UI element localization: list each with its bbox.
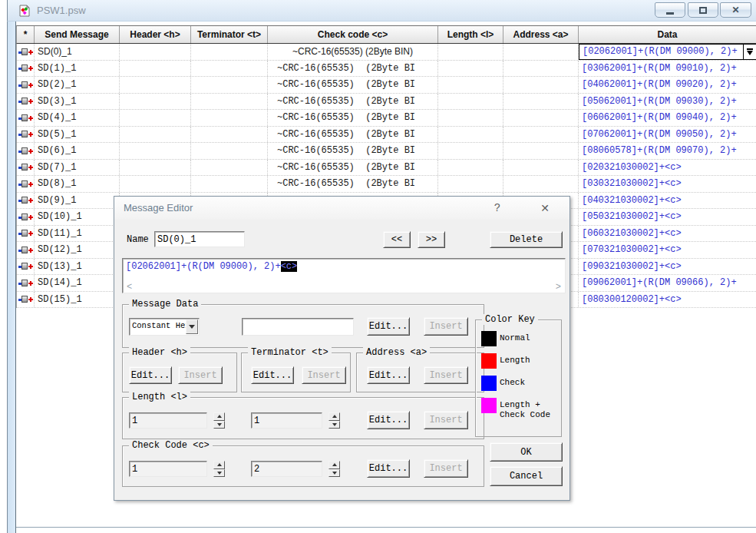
row-checkcode-cell[interactable]: ~CRC-16(65535) (2Byte BI [268, 176, 438, 192]
scroll-right-icon[interactable]: > [556, 283, 561, 292]
row-length-cell[interactable] [438, 94, 503, 110]
row-status-cell[interactable] [17, 292, 35, 308]
row-status-cell[interactable] [17, 77, 35, 93]
row-address-cell[interactable] [503, 127, 579, 143]
row-terminator-cell[interactable] [191, 61, 268, 77]
check-code-value2-input[interactable] [251, 461, 322, 477]
next-message-button[interactable]: >> [418, 231, 445, 248]
message-data-edit-button[interactable]: Edit... [367, 317, 410, 336]
row-address-cell[interactable] [503, 77, 579, 93]
row-name-cell[interactable]: SD(12)_1 [35, 242, 120, 258]
row-data-cell[interactable]: [03062001]+(R(DM 09010), 2)+ [579, 61, 756, 77]
row-length-cell[interactable] [438, 77, 503, 93]
minimize-button[interactable] [655, 2, 685, 18]
row-terminator-cell[interactable] [191, 110, 268, 126]
row-address-cell[interactable] [503, 110, 579, 126]
column-header-header[interactable]: Header <h> [120, 26, 191, 43]
column-header-length[interactable]: Length <l> [438, 26, 503, 43]
row-data-cell[interactable]: [02062001]+(R(DM 09000), 2)+ [579, 44, 756, 60]
address-edit-button[interactable]: Edit... [367, 366, 410, 384]
table-row[interactable]: SD(2)_1~CRC-16(65535) (2Byte BI[04062001… [17, 77, 756, 94]
row-status-cell[interactable] [17, 143, 35, 159]
row-data-cell[interactable]: [080300120002]+<c> [579, 292, 756, 308]
dialog-close-button[interactable]: ✕ [538, 201, 552, 215]
row-checkcode-cell[interactable]: ~CRC-16(65535) (2Byte BI [268, 94, 438, 110]
row-terminator-cell[interactable] [191, 44, 268, 60]
row-name-cell[interactable]: SD(9)_1 [35, 193, 120, 209]
dialog-title-bar[interactable]: Message Editor ? ✕ [114, 197, 569, 220]
spin-down-button[interactable] [213, 469, 225, 478]
terminator-edit-button[interactable]: Edit... [251, 366, 294, 384]
row-length-cell[interactable] [438, 143, 503, 159]
header-edit-button[interactable]: Edit... [129, 366, 172, 384]
row-name-cell[interactable]: SD(4)_1 [35, 110, 120, 126]
row-name-cell[interactable]: SD(6)_1 [35, 143, 120, 159]
row-name-cell[interactable]: SD(2)_1 [35, 77, 120, 93]
row-address-cell[interactable] [503, 160, 579, 176]
scroll-left-icon[interactable]: < [127, 283, 132, 292]
row-status-cell[interactable] [17, 110, 35, 126]
row-header-cell[interactable] [120, 94, 191, 110]
column-header-status[interactable]: * [17, 26, 35, 43]
column-header-send-message[interactable]: Send Message [35, 26, 120, 43]
ok-button[interactable]: OK [490, 442, 563, 462]
row-header-cell[interactable] [120, 44, 191, 60]
row-data-cell[interactable]: [040321030002]+<c> [579, 193, 756, 209]
row-data-cell[interactable]: [04062001]+(R(DM 09020), 2)+ [579, 77, 756, 93]
table-row[interactable]: SD(1)_1~CRC-16(65535) (2Byte BI[03062001… [17, 61, 756, 78]
table-row[interactable]: SD(6)_1~CRC-16(65535) (2Byte BI[08060578… [17, 143, 756, 160]
check-code-edit-button[interactable]: Edit... [367, 459, 410, 478]
table-row[interactable]: SD(5)_1~CRC-16(65535) (2Byte BI[07062001… [17, 127, 756, 144]
dialog-help-button[interactable]: ? [490, 201, 504, 215]
row-status-cell[interactable] [17, 226, 35, 242]
row-status-cell[interactable] [17, 94, 35, 110]
row-status-cell[interactable] [17, 259, 35, 275]
row-length-cell[interactable] [438, 176, 503, 192]
cancel-button[interactable]: Cancel [490, 466, 563, 486]
table-row[interactable]: SD(4)_1~CRC-16(65535) (2Byte BI[06062001… [17, 110, 756, 127]
row-name-cell[interactable]: SD(8)_1 [35, 176, 120, 192]
chevron-down-icon[interactable] [186, 319, 198, 334]
row-name-cell[interactable]: SD(5)_1 [35, 127, 120, 143]
row-header-cell[interactable] [120, 127, 191, 143]
table-row[interactable]: SD(8)_1~CRC-16(65535) (2Byte BI[03032103… [17, 176, 756, 193]
table-row[interactable]: SD(0)_1~CRC-16(65535) (2Byte BIN)[020620… [17, 44, 756, 61]
spin-down-button[interactable] [213, 421, 225, 429]
row-data-cell[interactable]: [09062001]+(R(DM 09066), 2)+ [579, 275, 756, 291]
row-checkcode-cell[interactable]: ~CRC-16(65535) (2Byte BI [268, 160, 438, 176]
spin-down-button[interactable] [328, 421, 340, 429]
row-header-cell[interactable] [120, 61, 191, 77]
row-header-cell[interactable] [120, 77, 191, 93]
row-terminator-cell[interactable] [191, 143, 268, 159]
row-status-cell[interactable] [17, 209, 35, 225]
row-length-cell[interactable] [438, 127, 503, 143]
row-status-cell[interactable] [17, 44, 35, 60]
row-checkcode-cell[interactable]: ~CRC-16(65535) (2Byte BI [268, 110, 438, 126]
row-terminator-cell[interactable] [191, 94, 268, 110]
data-dropdown-button[interactable] [743, 45, 756, 59]
row-data-cell[interactable]: [05062001]+(R(DM 09030), 2)+ [579, 94, 756, 110]
row-data-cell[interactable]: [020321030002]+<c> [579, 160, 756, 176]
row-length-cell[interactable] [438, 110, 503, 126]
row-length-cell[interactable] [438, 44, 503, 60]
row-name-cell[interactable]: SD(11)_1 [35, 226, 120, 242]
window-title-bar[interactable]: PSW1.psw ✕ [7, 0, 756, 22]
name-input[interactable] [154, 231, 245, 247]
row-checkcode-cell[interactable]: ~CRC-16(65535) (2Byte BIN) [268, 44, 438, 60]
row-data-cell[interactable]: [08060578]+(R(DM 09070), 2)+ [579, 143, 756, 159]
row-name-cell[interactable]: SD(10)_1 [35, 209, 120, 225]
delete-button[interactable]: Delete [490, 231, 563, 248]
row-name-cell[interactable]: SD(0)_1 [35, 44, 120, 60]
row-checkcode-cell[interactable]: ~CRC-16(65535) (2Byte BI [268, 61, 438, 77]
row-name-cell[interactable]: SD(1)_1 [35, 61, 120, 77]
row-address-cell[interactable] [503, 44, 579, 60]
row-checkcode-cell[interactable]: ~CRC-16(65535) (2Byte BI [268, 127, 438, 143]
column-header-check-code[interactable]: Check code <c> [268, 26, 438, 43]
previous-message-button[interactable]: << [383, 231, 411, 248]
spin-up-button[interactable] [213, 412, 225, 421]
spin-up-button[interactable] [213, 461, 225, 469]
row-terminator-cell[interactable] [191, 160, 268, 176]
row-length-cell[interactable] [438, 61, 503, 77]
table-row[interactable]: SD(7)_1~CRC-16(65535) (2Byte BI[02032103… [17, 160, 756, 177]
row-terminator-cell[interactable] [191, 176, 268, 192]
